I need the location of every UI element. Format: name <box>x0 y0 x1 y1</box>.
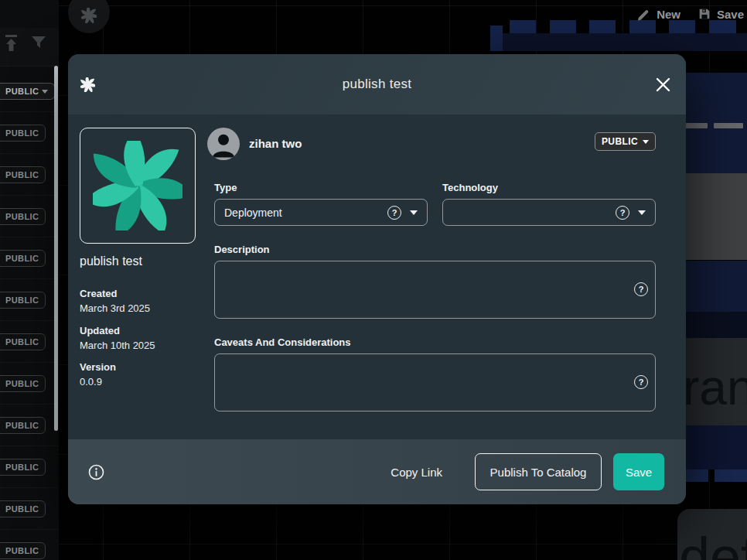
modal-header: publish test <box>68 54 686 114</box>
sidebar-row[interactable]: PUBLIC <box>0 446 59 488</box>
help-icon[interactable]: ? <box>616 206 629 220</box>
visibility-badge[interactable]: PUBLIC <box>0 500 46 517</box>
chevron-down-icon <box>643 140 649 144</box>
sidebar-row[interactable]: PUBLIC <box>0 488 59 530</box>
modal-title: publish test <box>68 77 686 92</box>
owner-row: zihan two PUBLIC <box>207 128 656 160</box>
floppy-disk-icon <box>698 7 711 21</box>
save-toolbar-button[interactable]: Save <box>698 7 744 21</box>
description-input[interactable] <box>214 261 656 319</box>
filter-icon[interactable] <box>30 35 47 52</box>
technology-select[interactable]: ? <box>442 199 656 226</box>
topbar: New Save <box>59 0 747 29</box>
sidebar-scrollbar[interactable] <box>54 66 58 431</box>
owner-name: zihan two <box>249 137 302 150</box>
sidebar-row[interactable]: PUBLIC <box>0 321 59 363</box>
visibility-badge-label: PUBLIC <box>5 254 39 263</box>
chart-bar-small <box>715 470 747 482</box>
save-button[interactable]: Save <box>613 453 664 490</box>
sidebar: PUBLIC PUBLIC PUBLIC PUBLIC PUBLIC PUBLI… <box>0 0 59 560</box>
asset-meta: Created March 3rd 2025 Updated March 10t… <box>80 287 155 390</box>
visibility-badge[interactable]: PUBLIC <box>0 542 46 559</box>
sidebar-row[interactable]: PUBLIC <box>0 405 59 446</box>
visibility-badge[interactable]: PUBLIC <box>0 333 46 350</box>
skeleton-line <box>684 123 708 128</box>
node-card-ran[interactable]: ran <box>680 338 747 425</box>
visibility-badge-label: PUBLIC <box>5 128 39 138</box>
caveats-label: Caveats And Considerations <box>214 336 351 348</box>
node-card-big-label: ran <box>683 363 747 412</box>
sidebar-list: PUBLIC PUBLIC PUBLIC PUBLIC PUBLIC PUBLI… <box>0 70 59 560</box>
updated-label: Updated <box>80 324 155 339</box>
visibility-badge-label: PUBLIC <box>5 337 39 347</box>
new-button[interactable]: New <box>636 7 680 22</box>
node-card-navy[interactable] <box>680 73 747 173</box>
visibility-badge[interactable]: PUBLIC <box>0 125 46 142</box>
visibility-value: PUBLIC <box>602 136 638 147</box>
visibility-badge[interactable]: PUBLIC <box>0 417 46 434</box>
help-icon[interactable]: ? <box>387 206 401 220</box>
node-card-gray[interactable] <box>680 173 747 260</box>
pinwheel-icon <box>81 8 97 23</box>
pencil-icon <box>636 7 651 22</box>
publish-to-catalog-button[interactable]: Publish To Catalog <box>475 453 602 490</box>
visibility-badge[interactable]: PUBLIC <box>0 250 46 267</box>
visibility-badge[interactable]: PUBLIC <box>0 292 46 309</box>
type-label: Type <box>214 182 237 193</box>
sidebar-row[interactable]: PUBLIC <box>0 70 59 112</box>
sidebar-row[interactable]: PUBLIC <box>0 237 59 279</box>
created-value: March 3rd 2025 <box>80 302 155 316</box>
visibility-badge-label: PUBLIC <box>5 295 39 305</box>
avatar <box>207 128 240 160</box>
visibility-select[interactable]: PUBLIC <box>595 132 656 151</box>
visibility-badge-label: PUBLIC <box>5 170 39 179</box>
visibility-badge[interactable]: PUBLIC <box>0 83 55 100</box>
visibility-badge-label: PUBLIC <box>5 87 39 96</box>
caveats-input[interactable] <box>214 353 656 411</box>
visibility-badge[interactable]: PUBLIC <box>0 459 46 476</box>
chart-bar <box>490 26 503 51</box>
info-icon[interactable] <box>88 464 104 480</box>
visibility-badge[interactable]: PUBLIC <box>0 166 46 183</box>
asset-thumbnail <box>80 128 196 244</box>
visibility-badge-label: PUBLIC <box>5 546 39 555</box>
sidebar-row[interactable]: PUBLIC <box>0 196 59 237</box>
visibility-badge[interactable]: PUBLIC <box>0 375 46 392</box>
chart-band <box>503 33 747 51</box>
sidebar-row[interactable]: PUBLIC <box>0 363 59 405</box>
skeleton-line <box>714 123 743 128</box>
pinwheel-logo <box>93 141 182 230</box>
node-card-navy2[interactable] <box>680 425 747 470</box>
visibility-badge[interactable]: PUBLIC <box>0 208 46 225</box>
version-value: 0.0.9 <box>80 375 155 390</box>
help-icon[interactable]: ? <box>634 375 648 389</box>
visibility-badge-label: PUBLIC <box>5 463 39 472</box>
node-card-darknavy[interactable] <box>680 312 747 338</box>
help-icon[interactable]: ? <box>634 282 648 296</box>
chart-bar-small <box>684 470 708 482</box>
publish-modal: publish test <box>68 54 686 504</box>
chevron-down-icon <box>42 90 48 94</box>
person-icon <box>207 128 240 160</box>
visibility-badge-label: PUBLIC <box>5 212 39 221</box>
chevron-down-icon <box>638 210 646 215</box>
asset-name: publish test <box>80 254 142 268</box>
sidebar-row[interactable]: PUBLIC <box>0 154 59 196</box>
sidebar-toolbar <box>0 28 59 67</box>
copy-link-button[interactable]: Copy Link <box>391 466 442 479</box>
close-icon[interactable] <box>656 77 670 92</box>
sidebar-row[interactable]: PUBLIC <box>0 112 59 154</box>
node-card-navy[interactable] <box>680 261 747 312</box>
type-value: Deployment <box>224 207 387 219</box>
chevron-down-icon <box>410 210 418 215</box>
upload-icon[interactable] <box>3 34 20 53</box>
new-button-label: New <box>657 8 680 21</box>
app-screen: ran defa New Save <box>0 0 747 560</box>
type-select[interactable]: Deployment ? <box>214 199 428 226</box>
node-card-defa[interactable]: defa <box>677 509 747 560</box>
sidebar-row[interactable]: PUBLIC <box>0 530 59 560</box>
created-label: Created <box>80 287 155 302</box>
version-label: Version <box>80 360 155 375</box>
sidebar-row[interactable]: PUBLIC <box>0 279 59 321</box>
visibility-badge-label: PUBLIC <box>5 504 39 514</box>
